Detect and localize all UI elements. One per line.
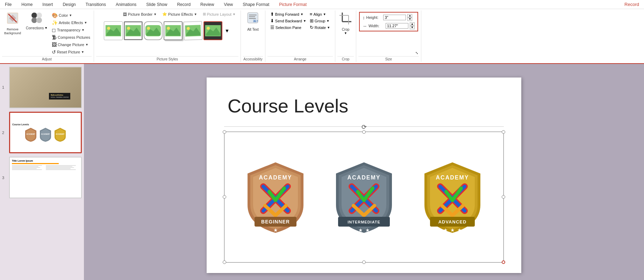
pic-style-3[interactable] (144, 21, 163, 40)
svg-text:ACADEMY: ACADEMY (259, 175, 292, 180)
handle-bottom-mid[interactable] (362, 260, 366, 264)
slide-3-thumbnail[interactable]: Title Lorem Ipsum (9, 157, 82, 198)
rotate-button[interactable]: ↻ Rotate ▼ (309, 24, 331, 30)
transparency-button[interactable]: ◻ Transparency ▼ (50, 27, 92, 34)
artistic-dropdown-icon: ▼ (84, 21, 87, 24)
pic-style-4[interactable] (164, 21, 183, 40)
svg-text:ACADEMY: ACADEMY (436, 175, 469, 180)
record-button[interactable]: Record (622, 1, 641, 8)
align-dropdown: ▼ (323, 13, 326, 16)
height-down-icon[interactable]: ▼ (407, 17, 412, 21)
crop-group-label: Crop (337, 56, 354, 61)
group-label: Group (315, 19, 325, 23)
change-picture-label: Change Picture (58, 43, 84, 47)
menu-shape-format[interactable]: Shape Format (241, 1, 271, 8)
menu-record[interactable]: Record (175, 1, 193, 8)
handle-mid-left[interactable] (223, 195, 226, 199)
bring-forward-button[interactable]: ⬆ Bring Forward ▼ (269, 11, 307, 17)
handle-mid-right[interactable] (502, 195, 505, 199)
handle-top-left[interactable] (223, 130, 226, 134)
width-up-icon[interactable]: ▲ (410, 22, 415, 26)
width-input[interactable] (386, 23, 408, 29)
width-icon: ↔ (363, 23, 367, 29)
compress-button[interactable]: 🗜 Compress Pictures (50, 34, 92, 41)
svg-point-12 (127, 27, 130, 30)
group-icon: ⊞ (310, 18, 314, 23)
svg-text:★: ★ (365, 227, 370, 233)
align-label: Align (313, 12, 322, 16)
slide-3-inner: Title Lorem Ipsum (10, 157, 81, 198)
svg-text:★: ★ (450, 227, 455, 233)
menu-slideshow[interactable]: Slide Show (144, 1, 169, 8)
transparency-dropdown-icon: ▼ (81, 28, 85, 32)
pic-style-5[interactable] (184, 21, 203, 40)
selection-pane-label: Selection Pane (276, 25, 301, 30)
slide-3-number: 3 (2, 176, 7, 180)
reset-picture-button[interactable]: ↺ Reset Picture ▼ (50, 49, 92, 56)
change-picture-button[interactable]: 🖼 Change Picture ▼ (50, 41, 92, 48)
send-backward-button[interactable]: ⬇ Send Backward ▼ (269, 18, 307, 24)
menu-insert[interactable]: Insert (40, 1, 55, 8)
image-container[interactable]: ⟳ (224, 132, 504, 263)
menu-picture-format[interactable]: Picture Format (277, 1, 309, 8)
corrections-button[interactable]: Corrections ▼ (24, 11, 49, 31)
height-up-icon[interactable]: ▲ (407, 14, 412, 17)
handle-top-mid[interactable] (362, 130, 366, 134)
crop-button[interactable]: Crop ▼ (337, 11, 353, 36)
slide1-tagline: EXCEL TRAINING CENTER (51, 96, 69, 98)
pic-style-6[interactable] (203, 21, 222, 40)
picture-effects-label: Picture Effects (168, 12, 193, 16)
alt-text-button[interactable]: ALT Alt Text (245, 11, 260, 32)
svg-rect-23 (249, 15, 257, 15)
svg-text:★: ★ (358, 227, 363, 233)
menu-view[interactable]: View (222, 1, 235, 8)
bring-forward-label: Bring Forward (275, 12, 299, 16)
width-down-icon[interactable]: ▼ (410, 26, 415, 29)
remove-background-button[interactable]: Remove Background (2, 11, 23, 36)
menu-review[interactable]: Review (198, 1, 216, 8)
picture-border-button[interactable]: 🖼 Picture Border ▼ (122, 11, 158, 17)
slide-1-thumbnail[interactable]: MyExcelOnline EXCEL TRAINING CENTER (9, 67, 82, 108)
artistic-effects-button[interactable]: ✨ Artistic Effects ▼ (50, 19, 92, 26)
svg-text:ACADEMY: ACADEMY (26, 133, 35, 135)
slide-2-thumbnail[interactable]: Course Levels ACADEMY (9, 112, 82, 154)
corrections-label: Corrections (26, 26, 44, 30)
menu-transitions[interactable]: Transitions (84, 1, 108, 8)
compress-label: Compress Pictures (58, 35, 90, 39)
slide-title: Course Levels (228, 95, 348, 117)
ribbon-group-size: ↕ Height: ▲ ▼ ↔ Width: ▲ (356, 10, 421, 62)
height-input[interactable] (383, 15, 406, 20)
handle-top-right[interactable] (502, 130, 505, 134)
artistic-label: Artistic Effects (59, 21, 83, 25)
color-button[interactable]: 🎨 Color ▼ (50, 12, 92, 19)
picture-effects-button[interactable]: ⭐ Picture Effects ▼ (161, 11, 199, 17)
svg-text:★: ★ (273, 227, 278, 233)
handle-bottom-right[interactable] (502, 260, 505, 264)
menu-design[interactable]: Design (60, 1, 78, 8)
menu-file[interactable]: File (3, 1, 14, 8)
ribbon-content: Remove Background (0, 9, 644, 63)
picture-styles-more-button[interactable]: ▼ (223, 27, 230, 34)
artistic-icon: ✨ (52, 20, 58, 25)
arrange-right-col: ≡ Align ▼ ⊞ Group ▼ ↻ Rotate ▼ (309, 11, 331, 30)
group-dropdown: ▼ (326, 19, 329, 23)
handle-bottom-left[interactable] (223, 260, 226, 264)
slide-2-number: 2 (2, 131, 7, 135)
pic-style-2[interactable] (124, 21, 143, 40)
svg-text:★: ★ (457, 227, 461, 233)
group-button[interactable]: ⊞ Group ▼ (309, 18, 331, 24)
menu-home[interactable]: Home (19, 1, 35, 8)
svg-text:ALT: ALT (253, 20, 258, 22)
picture-layout-button[interactable]: ⊞ Picture Layout ▼ (201, 11, 237, 17)
slide1-logo-text: MyExcelOnline (51, 94, 69, 96)
selection-pane-button[interactable]: ☰ Selection Pane (269, 24, 307, 30)
pic-style-1[interactable] (104, 21, 123, 40)
menu-animations[interactable]: Animations (114, 1, 138, 8)
accessibility-label: Accessibility (243, 56, 263, 61)
height-label: Height: (366, 15, 382, 20)
crop-content: Crop ▼ (337, 11, 353, 56)
align-button[interactable]: ≡ Align ▼ (309, 11, 331, 17)
rotate-handle[interactable]: ⟳ (362, 123, 367, 131)
crop-icon (339, 12, 352, 27)
size-expand-icon[interactable]: ⤡ (415, 50, 419, 56)
